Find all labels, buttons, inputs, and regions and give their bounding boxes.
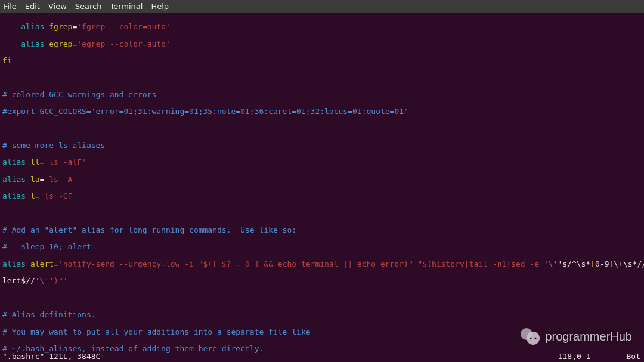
code-line: alias la='ls -A': [2, 175, 642, 184]
code-line: fi: [2, 57, 642, 65]
code-line: [2, 294, 642, 302]
code-line: [2, 209, 642, 218]
code-line: alias ll='ls -alF': [2, 158, 642, 166]
code-line: # Alias definitions.: [2, 311, 642, 319]
status-cursor-pos: 118,0-1: [558, 352, 591, 362]
terminal-viewport[interactable]: alias fgrep='fgrep --color=auto' alias e…: [0, 13, 644, 362]
menu-view[interactable]: View: [48, 2, 67, 11]
menu-terminal[interactable]: Terminal: [110, 2, 143, 11]
code-line: [2, 73, 642, 82]
code-line: # Add an "alert" alias for long running …: [2, 226, 642, 234]
code-line: [2, 125, 642, 133]
code-line: alias alert='notify-send --urgency=low -…: [2, 260, 642, 268]
code-line: #export GCC_COLORS='error=01;31:warning=…: [2, 107, 642, 116]
menubar: File Edit View Search Terminal Help: [0, 0, 644, 13]
code-line: # colored GCC warnings and errors: [2, 91, 642, 99]
code-line: # sleep 10; alert: [2, 243, 642, 251]
code-line: lert$//'\'')"': [2, 277, 642, 285]
code-line: alias egrep='egrep --color=auto': [2, 40, 642, 48]
vim-statusbar: ".bashrc" 121L, 3848C 118,0-1 Bot: [0, 352, 644, 362]
code-line: alias l='ls -CF': [2, 192, 642, 200]
code-line: # some more ls aliases: [2, 141, 642, 150]
code-line: # You may want to put all your additions…: [2, 328, 642, 336]
status-file-info: ".bashrc" 121L, 3848C: [2, 352, 100, 362]
menu-help[interactable]: Help: [151, 2, 169, 11]
menu-file[interactable]: File: [4, 2, 17, 11]
menu-search[interactable]: Search: [75, 2, 102, 11]
code-line: alias fgrep='fgrep --color=auto': [2, 23, 642, 31]
status-scroll: Bot: [627, 352, 640, 362]
menu-edit[interactable]: Edit: [25, 2, 40, 11]
